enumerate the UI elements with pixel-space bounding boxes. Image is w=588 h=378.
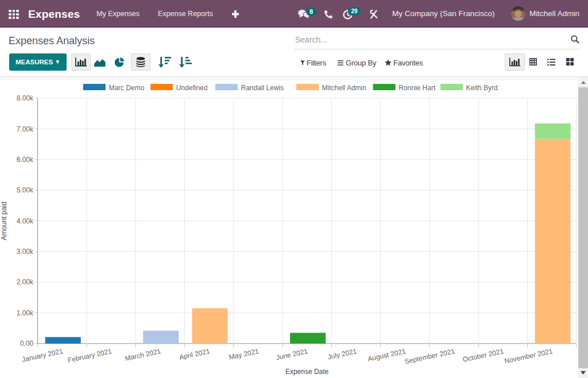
svg-text:Ronnie Hart: Ronnie Hart [399, 84, 436, 92]
svg-text:Randall Lewis: Randall Lewis [241, 84, 284, 92]
svg-text:July 2021: July 2021 [327, 347, 357, 361]
svg-text:Keith Byrd: Keith Byrd [466, 84, 497, 92]
svg-text:May 2021: May 2021 [228, 347, 260, 361]
svg-text:February 2021: February 2021 [67, 347, 113, 364]
svg-text:3.00k: 3.00k [17, 248, 34, 256]
svg-text:7.00k: 7.00k [17, 125, 34, 133]
svg-text:April 2021: April 2021 [179, 347, 211, 361]
svg-text:June 2021: June 2021 [275, 347, 308, 361]
svg-text:Expense Date: Expense Date [285, 368, 329, 376]
svg-text:Undefined: Undefined [176, 84, 208, 92]
svg-text:March 2021: March 2021 [125, 347, 162, 362]
svg-text:8.00k: 8.00k [17, 94, 34, 102]
svg-text:2.00k: 2.00k [17, 278, 34, 286]
svg-text:August 2021: August 2021 [367, 347, 407, 363]
svg-text:4.00k: 4.00k [17, 217, 34, 225]
svg-text:October 2021: October 2021 [462, 347, 504, 364]
svg-text:1.00k: 1.00k [17, 309, 34, 317]
svg-text:January 2021: January 2021 [21, 347, 64, 364]
svg-text:Mitchell Admin: Mitchell Admin [322, 84, 366, 92]
svg-text:Amount paid: Amount paid [0, 202, 8, 240]
svg-text:Marc Demo: Marc Demo [109, 84, 144, 92]
svg-text:5.00k: 5.00k [17, 186, 34, 194]
svg-text:September 2021: September 2021 [404, 347, 455, 365]
svg-text:6.00k: 6.00k [17, 156, 34, 164]
svg-text:November 2021: November 2021 [504, 347, 554, 365]
svg-text:0.00: 0.00 [20, 340, 34, 348]
